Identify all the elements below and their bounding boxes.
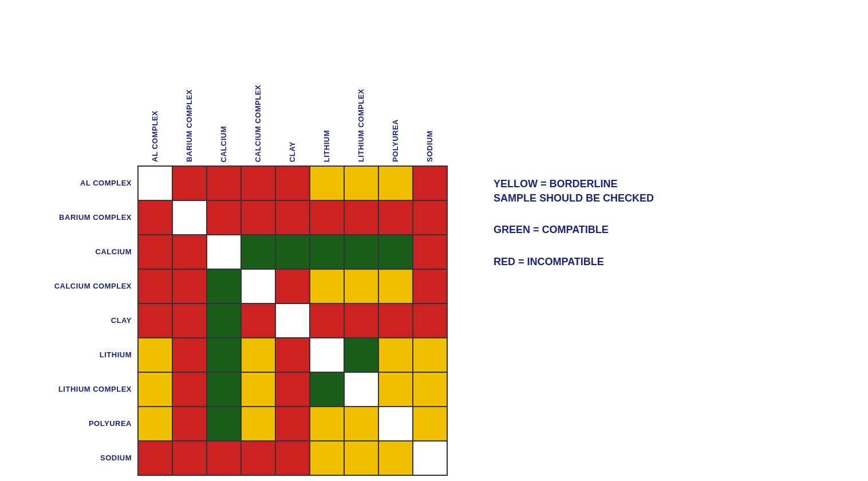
matrix-cell xyxy=(413,269,447,303)
col-header-text: CLAY xyxy=(288,141,297,162)
matrix-cell xyxy=(413,303,447,338)
row-label: POLYUREA xyxy=(23,406,137,440)
legend-red: RED = INCOMPATIBLE xyxy=(494,255,654,269)
matrix-wrapper: AL COMPLEXBARIUM COMPLEXCALCIUMCALCIUM C… xyxy=(23,5,448,476)
col-header: CALCIUM COMPLEX xyxy=(240,5,275,165)
matrix-cell xyxy=(310,235,344,269)
matrix-cell xyxy=(275,407,310,441)
matrix-cell xyxy=(413,441,447,475)
matrix-cell xyxy=(378,303,413,338)
matrix-cell xyxy=(172,407,207,441)
matrix-with-headers: AL COMPLEXBARIUM COMPLEXCALCIUMCALCIUM C… xyxy=(23,5,448,476)
col-headers: AL COMPLEXBARIUM COMPLEXCALCIUMCALCIUM C… xyxy=(137,5,448,165)
col-header: LITHIUM COMPLEX xyxy=(344,5,378,165)
matrix-cell xyxy=(275,235,310,269)
matrix-cell xyxy=(378,338,413,372)
matrix-cell xyxy=(207,235,241,269)
matrix-row xyxy=(138,441,447,475)
matrix-cell xyxy=(344,200,378,235)
matrix-cell xyxy=(413,338,447,372)
col-header: CALCIUM xyxy=(206,5,240,165)
matrix-cell xyxy=(344,372,378,407)
row-label: SODIUM xyxy=(23,440,137,475)
matrix-cell xyxy=(207,407,241,441)
col-header-text: CALCIUM COMPLEX xyxy=(254,85,262,162)
matrix-cell xyxy=(207,441,241,475)
matrix-cell xyxy=(241,338,275,372)
matrix-cell xyxy=(275,166,310,200)
row-label-text: AL COMPLEX xyxy=(80,179,132,187)
matrix-row xyxy=(138,269,447,303)
matrix-cell xyxy=(378,235,413,269)
matrix-cell xyxy=(310,269,344,303)
col-header: AL COMPLEX xyxy=(137,5,172,165)
matrix-cell xyxy=(344,166,378,200)
matrix-cell xyxy=(413,235,447,269)
matrix-row xyxy=(138,372,447,407)
matrix-cell xyxy=(172,235,207,269)
row-label: CLAY xyxy=(23,303,137,337)
matrix-cell xyxy=(344,407,378,441)
matrix-cell xyxy=(172,200,207,235)
matrix-cell xyxy=(207,269,241,303)
col-header: BARIUM COMPLEX xyxy=(172,5,206,165)
matrix-cell xyxy=(310,407,344,441)
legend-yellow: YELLOW = BORDERLINE SAMPLE SHOULD BE CHE… xyxy=(494,177,654,206)
matrix-cell xyxy=(275,303,310,338)
main-container: AL COMPLEXBARIUM COMPLEXCALCIUMCALCIUM C… xyxy=(23,5,654,476)
matrix-cell xyxy=(344,338,378,372)
matrix-cell xyxy=(138,166,172,200)
matrix-cell xyxy=(275,338,310,372)
matrix-cell xyxy=(138,269,172,303)
matrix-cell xyxy=(275,441,310,475)
matrix-cell xyxy=(241,235,275,269)
matrix-grid xyxy=(137,165,448,476)
matrix-cell xyxy=(413,407,447,441)
matrix-cell xyxy=(275,372,310,407)
matrix-cell xyxy=(378,269,413,303)
matrix-cell xyxy=(241,303,275,338)
row-label: CALCIUM xyxy=(23,234,137,269)
matrix-cell xyxy=(241,441,275,475)
matrix-cell xyxy=(310,338,344,372)
row-label-text: CALCIUM xyxy=(96,247,132,256)
row-labels: AL COMPLEXBARIUM COMPLEXCALCIUMCALCIUM C… xyxy=(23,165,137,476)
row-label: CALCIUM COMPLEX xyxy=(23,269,137,303)
matrix-cell xyxy=(378,441,413,475)
matrix-cell xyxy=(172,338,207,372)
matrix-cell xyxy=(344,441,378,475)
col-header-text: LITHIUM COMPLEX xyxy=(357,89,365,162)
row-label: LITHIUM xyxy=(23,337,137,372)
legend: YELLOW = BORDERLINE SAMPLE SHOULD BE CHE… xyxy=(482,5,654,269)
matrix-row xyxy=(138,407,447,441)
matrix-cell xyxy=(138,303,172,338)
matrix-cell xyxy=(207,166,241,200)
matrix-cell xyxy=(413,200,447,235)
matrix-cell xyxy=(275,200,310,235)
matrix-cell xyxy=(310,372,344,407)
row-label: BARIUM COMPLEX xyxy=(23,200,137,234)
matrix-cell xyxy=(344,303,378,338)
matrix-cell xyxy=(378,166,413,200)
col-header-text: AL COMPLEX xyxy=(151,111,159,162)
matrix-cell xyxy=(207,303,241,338)
row-label-text: CALCIUM COMPLEX xyxy=(54,282,132,290)
matrix-cell xyxy=(172,303,207,338)
matrix-row xyxy=(138,303,447,338)
matrix-cell xyxy=(310,166,344,200)
matrix-cell xyxy=(344,269,378,303)
row-label-text: POLYUREA xyxy=(89,419,132,428)
col-header-text: POLYUREA xyxy=(391,119,400,162)
matrix-cell xyxy=(378,200,413,235)
matrix-cell xyxy=(241,200,275,235)
row-label-text: LITHIUM xyxy=(100,350,132,359)
matrix-cell xyxy=(172,269,207,303)
matrix-body: AL COMPLEXBARIUM COMPLEXCALCIUMCALCIUM C… xyxy=(23,165,448,476)
col-header-text: SODIUM xyxy=(425,131,434,162)
matrix-cell xyxy=(413,166,447,200)
matrix-cell xyxy=(138,372,172,407)
row-label: LITHIUM COMPLEX xyxy=(23,372,137,406)
matrix-row xyxy=(138,200,447,235)
matrix-cell xyxy=(241,166,275,200)
matrix-row xyxy=(138,235,447,269)
